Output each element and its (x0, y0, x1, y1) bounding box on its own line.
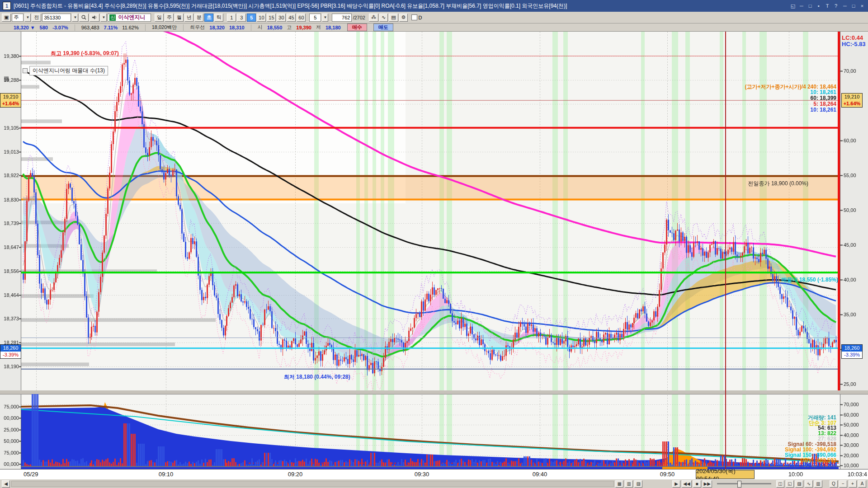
settings-gear-icon[interactable]: ⚙ (399, 14, 408, 22)
maximize-icon[interactable]: □ (850, 3, 857, 9)
hc-label: HC:-5.83 (842, 41, 866, 47)
period-button-주[interactable]: 주 (165, 14, 174, 22)
open-label: 시 (258, 24, 263, 31)
stock-code-combo-arrow[interactable]: ▼ (72, 14, 78, 22)
period-button-초[interactable]: 초 (204, 14, 213, 22)
chart-title-caption[interactable]: 이삭엔지니어링 매물대 수(13) (29, 66, 108, 75)
time-tick-label: 05/29 (24, 471, 38, 478)
interval-button-45[interactable]: 45 (287, 14, 296, 22)
period-button-년[interactable]: 년 (184, 14, 193, 22)
interval-button-60[interactable]: 60 (297, 14, 306, 22)
font-icon[interactable]: A (858, 480, 866, 488)
tool-icon-2[interactable]: ▨ (795, 480, 803, 488)
stock-name-field[interactable]: 신 이삭엔지니 (108, 14, 151, 22)
close-icon[interactable]: × (859, 3, 865, 9)
mode-icon-0[interactable]: ▦ (615, 480, 623, 488)
volume-tick-label: 50,000 (1, 438, 19, 444)
tool-icon-1[interactable]: ◱ (786, 480, 794, 488)
rewind-icon[interactable]: ◀◀ (682, 480, 691, 488)
zoom-out-icon[interactable]: − (839, 480, 847, 488)
chart-type-combo-arrow[interactable]: ▼ (24, 14, 31, 22)
volume-tick-label: 75,000 (1, 450, 19, 455)
minimize-icon[interactable]: ─ (842, 3, 848, 9)
bar-total-label: /2702 (353, 15, 365, 20)
price-tick-label: 18,647 (1, 244, 19, 250)
interval-button-1[interactable]: 1 (227, 14, 236, 22)
chart-toolbar: ▣ 주▼ 전 351330▼ ▼ 신 이삭엔지니 일주월년분초틱 1351015… (0, 12, 868, 23)
stock-name-label: 이삭엔지니 (117, 14, 146, 21)
interval-button-3[interactable]: 3 (237, 14, 246, 22)
horizontal-scrollbar[interactable] (11, 481, 614, 487)
right-tick-label: 25,00 (844, 381, 856, 387)
buy-button[interactable]: 매수 (347, 23, 367, 31)
prev-stock-button[interactable]: 전 (32, 14, 41, 22)
title-icon-2[interactable]: □ (807, 3, 813, 9)
tool-icon-4[interactable]: ▥ (814, 480, 822, 488)
period-button-월[interactable]: 월 (175, 14, 184, 22)
mode-icon-2[interactable]: ▨ (634, 480, 642, 488)
trade-amount: 18,020백만 (152, 24, 177, 31)
volume-right-tick-label: 50,000 (844, 422, 859, 427)
time-tick-label: 10:00 (788, 471, 803, 478)
current-price-box-left: 18,260-3.39% (0, 344, 21, 359)
speed-slider[interactable] (717, 483, 771, 484)
play-icon[interactable]: ▶ (672, 480, 680, 488)
interval-button-15[interactable]: 15 (267, 14, 276, 22)
price-chart-canvas[interactable] (0, 32, 868, 469)
title-icon-3[interactable]: ▪ (816, 3, 822, 9)
best-bid: 18,320 (209, 25, 225, 30)
current-price-box-right: 18,260-3.39% (841, 344, 863, 359)
speaker-combo-arrow[interactable]: ▼ (100, 14, 107, 22)
title-icon-1[interactable]: ─ (798, 3, 805, 9)
tool-icon-0[interactable]: ◫ (776, 480, 784, 488)
scroll-left-button[interactable]: ◀ (2, 480, 10, 488)
trendline-icon[interactable]: ∿ (379, 14, 388, 22)
menu-icon[interactable]: ▣ (2, 14, 11, 22)
interval-button-5[interactable]: 5 (247, 14, 256, 22)
right-tick-label: 35,00 (844, 312, 856, 317)
volume-right-tick-label: 60,000 (844, 412, 859, 418)
stock-code-input[interactable]: 351330 (42, 14, 71, 22)
price-tick-label: 19,105 (1, 125, 19, 131)
zoom-in-icon[interactable]: + (849, 480, 857, 488)
right-tick-label: 40,00 (844, 277, 856, 282)
title-icon-4[interactable]: T (824, 3, 830, 9)
fastforward-icon[interactable]: ▶▶ (703, 480, 712, 488)
tool-icon-3[interactable]: ∿ (805, 480, 813, 488)
volume-tick-label: 25,000 (1, 427, 19, 432)
d-checkbox[interactable] (411, 14, 417, 20)
zoom-search-icon[interactable]: Q (830, 480, 838, 488)
slider-knob[interactable] (737, 481, 741, 488)
stop-icon[interactable]: ■ (693, 480, 701, 488)
tick-count-combo-arrow[interactable]: ▼ (322, 14, 328, 22)
indicator-checkbox-icon[interactable] (23, 68, 28, 73)
tick-count-combo[interactable]: 5 (309, 14, 321, 22)
speaker-icon[interactable] (90, 14, 99, 22)
search-icon[interactable] (79, 14, 89, 22)
interval-button-10[interactable]: 10 (257, 14, 266, 22)
period-button-일[interactable]: 일 (155, 14, 164, 22)
low-annotation: 최저 18,180 (0.44%, 09:28) (284, 373, 350, 381)
sell-button[interactable]: 매도 (373, 23, 393, 31)
chart-type-combo[interactable]: 주 (12, 14, 24, 22)
interval-button-30[interactable]: 30 (277, 14, 286, 22)
title-icon-5[interactable]: ? (833, 3, 839, 9)
time-tick-label: 09:30 (415, 471, 429, 478)
price-tick-label: 18,464 (1, 292, 19, 298)
volume-right-tick-label: 70,000 (844, 402, 859, 407)
lc-label: LC:0.44 (842, 34, 863, 41)
save-icon[interactable]: ▤ (389, 14, 398, 22)
footprint-icon[interactable]: ⁂ (369, 14, 378, 22)
drawing-tool-icons: ◫◱▨∿▥ (776, 480, 822, 488)
period-button-틱[interactable]: 틱 (214, 14, 223, 22)
volume-tick-label: 00,000 (1, 461, 19, 467)
high-price: 19,390 (296, 25, 311, 30)
time-tick-label: 09:10 (159, 471, 174, 478)
open-price: 18,550 (267, 25, 283, 30)
period-button-분[interactable]: 분 (194, 14, 203, 22)
title-icon-0[interactable]: ◱ (790, 3, 796, 9)
mode-icon-1[interactable]: ▥ (625, 480, 633, 488)
volume-legend-line: Signal 24: -401,209 (788, 463, 836, 469)
high-annotation: 최고 19,390 (-5.83%, 09:07) (51, 50, 119, 57)
price-info-row: 18,320 ▼ 580 -3.07% 963,483 7.11% 11.62%… (0, 23, 868, 32)
